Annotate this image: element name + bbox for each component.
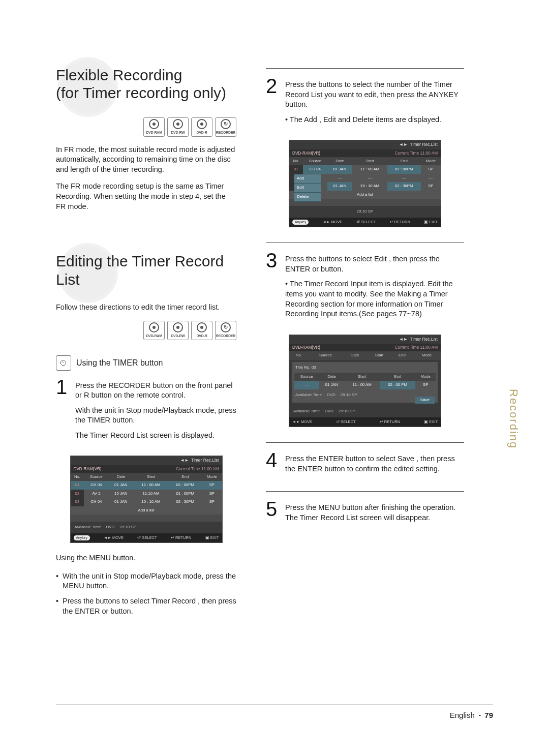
footer-rule xyxy=(56,705,493,705)
footer-page-number: 79 xyxy=(484,711,493,719)
osd-input-panel: Title No. 02 SourceDateStartEndMode ---0… xyxy=(292,362,438,403)
popup-delete: Delete xyxy=(294,193,321,202)
step-number: 2 xyxy=(266,78,280,130)
footer-language: English xyxy=(450,711,475,719)
section-header-flexible-recording: Flexible Recording (for Timer recording … xyxy=(56,61,236,107)
step-5: 5 Press the MENU button after finishing … xyxy=(266,501,464,528)
step-text: Press the ENTER button to select Save , … xyxy=(285,454,464,474)
step-bullet: • The Add , Edit and Delete items are di… xyxy=(285,115,464,125)
page-content: Flexible Recording (for Timer recording … xyxy=(0,0,549,649)
dvd-ram-icon: DVD-RAM xyxy=(143,117,165,137)
timer-icon: ⏲ xyxy=(56,355,71,371)
osd-table: No.SourceDateStartEndMode xyxy=(289,351,441,360)
side-tab-recording: Recording xyxy=(506,389,521,449)
dvd-ram-icon: DVD-RAM xyxy=(143,321,165,340)
osd-table: No.SourceDateStartEndMode 01CH 0401 JAN1… xyxy=(71,473,222,522)
dvd-r-icon: DVD-R xyxy=(191,117,212,137)
paragraph: The FR mode recording setup is the same … xyxy=(56,182,236,211)
popup-edit: Edit xyxy=(294,184,321,193)
recorder-icon: ↻RECORDER xyxy=(215,117,236,137)
step-4: 4 Press the ENTER button to select Save … xyxy=(266,452,464,479)
bullet-item: •With the unit in Stop mode/Playback mod… xyxy=(56,571,236,591)
context-menu: Add Edit Delete xyxy=(294,174,321,201)
osd-screenshot-2: ◄► Timer Rec.List DVD-RAM(VR)Current Tim… xyxy=(266,140,464,227)
rule xyxy=(266,491,464,492)
step-3: 3 Press the buttons to select Edit , the… xyxy=(266,252,464,324)
step-bullet: • The Timer Record Input item is display… xyxy=(285,279,464,319)
media-icons-row-1: DVD-RAM DVD-RW DVD-R ↻RECORDER xyxy=(143,117,236,137)
right-column: 2 Press the buttons to select the number… xyxy=(266,61,464,618)
step-2: 2 Press the buttons to select the number… xyxy=(266,78,464,130)
section-title: Flexible Recording (for Timer recording … xyxy=(56,66,236,102)
osd-screenshot-3: ◄► Timer Rec.List DVD-RAM(VR)Current Tim… xyxy=(266,335,464,428)
recorder-icon: ↻RECORDER xyxy=(215,321,236,340)
step-number: 4 xyxy=(266,452,280,479)
step-text: Press the MENU button after finishing th… xyxy=(285,503,464,523)
step-text: Press the buttons to select Edit , then … xyxy=(285,254,464,274)
step-number: 1 xyxy=(56,379,70,446)
step-text: Press the RECORDER button on the front p… xyxy=(75,381,236,401)
popup-add: Add xyxy=(294,174,321,184)
rule xyxy=(266,243,464,243)
step-number: 3 xyxy=(266,252,280,324)
dvd-rw-icon: DVD-RW xyxy=(167,321,189,340)
step-text: Press the buttons to select the number o… xyxy=(285,80,464,110)
section-title: Editing the Timer Record List xyxy=(56,252,236,288)
paragraph: In FR mode, the most suitable record mod… xyxy=(56,145,236,175)
step-text: The Timer Record List screen is displaye… xyxy=(75,431,236,441)
rule xyxy=(266,68,464,69)
lead-text: Follow these directions to edit the time… xyxy=(56,303,236,313)
left-column: Flexible Recording (for Timer recording … xyxy=(56,61,236,618)
save-button-osd: Save xyxy=(415,397,435,404)
page-footer: English - 79 xyxy=(450,710,493,720)
bullet-item: •Press the buttons to select Timer Recor… xyxy=(56,596,236,616)
subtitle-row: ⏲ Using the TIMER button xyxy=(56,355,236,371)
osd-screenshot-1: ◄► Timer Rec.List DVD-RAM(VR)Current Tim… xyxy=(56,456,236,543)
subtitle-using-timer-button: Using the TIMER button xyxy=(76,357,163,369)
step-1: 1 Press the RECORDER button on the front… xyxy=(56,379,236,446)
footer-dash: - xyxy=(478,711,481,719)
section-header-editing-timer-record-list: Editing the Timer Record List xyxy=(56,247,236,293)
menu-heading: Using the MENU button. xyxy=(56,553,236,563)
step-text: With the unit in Stop mode/Playback mode… xyxy=(75,406,236,426)
media-icons-row-2: DVD-RAM DVD-RW DVD-R ↻RECORDER xyxy=(56,321,236,340)
step-number: 5 xyxy=(266,501,280,528)
dvd-r-icon: DVD-R xyxy=(191,321,212,340)
rule xyxy=(266,442,464,443)
dvd-rw-icon: DVD-RW xyxy=(167,117,189,137)
